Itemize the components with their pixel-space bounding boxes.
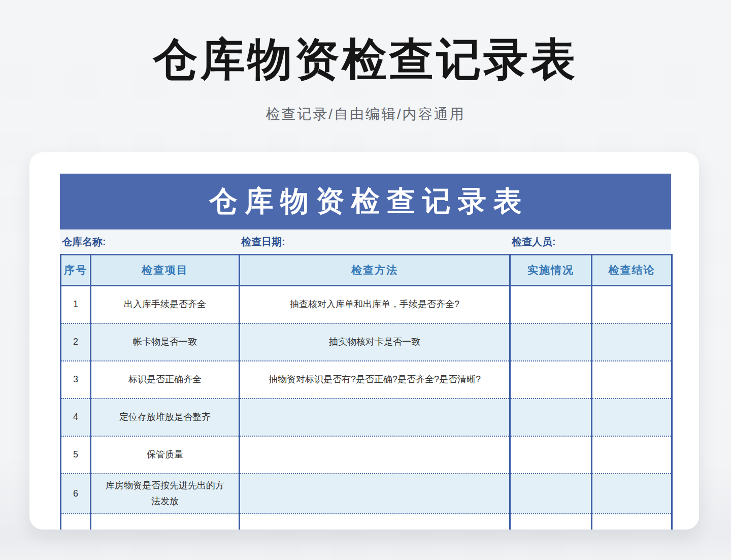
warehouse-name-label: 仓库名称: [62,229,106,254]
status-cell [510,474,592,514]
conclusion-cell [592,286,672,323]
item-cell: 帐卡物是否一致 [91,323,240,361]
conclusion-cell [592,514,672,530]
method-cell: 抽实物核对卡是否一致 [240,323,510,361]
status-cell [510,514,592,530]
method-cell: 抽查核对入库单和出库单，手续是否齐全? [240,286,510,323]
status-cell [510,399,592,436]
page: 仓库物资检查记录表 检查记录/自由编辑/内容通用 仓库物资检查记录表 仓库名称:… [0,0,731,560]
conclusion-cell [592,323,672,361]
conclusion-cell [592,361,672,399]
conclusion-cell [592,399,672,436]
column-header-no: 序号 [61,255,91,286]
table-row: 2 帐卡物是否一致 抽实物核对卡是否一致 [61,323,672,361]
row-number-cell: 5 [61,436,91,474]
item-cell: 库房物资是否按先进先出的方法发放 [91,474,240,514]
item-cell: 定位存放堆放是否整齐 [91,399,240,436]
row-number-cell: 1 [61,286,91,323]
inspector-label: 检查人员: [512,229,556,254]
page-title: 仓库物资检查记录表 [0,29,731,90]
method-cell: 抽物资对标识是否有?是否正确?是否齐全?是否清晰? [240,361,510,399]
method-cell [240,399,510,436]
sheet-banner-title: 仓库物资检查记录表 [202,182,529,221]
column-header-conclusion: 检查结论 [592,255,672,286]
status-cell [510,436,592,474]
method-cell [240,474,510,514]
column-header-status: 实施情况 [510,255,592,286]
item-cell: 标识是否正确齐全 [91,361,240,399]
row-number-cell: 4 [61,399,91,436]
check-table: 序号 检查项目 检查方法 实施情况 检查结论 1 出入库手续是否齐全 抽查核对入… [60,254,673,530]
table-header-row: 序号 检查项目 检查方法 实施情况 检查结论 [61,255,672,286]
table-row: 1 出入库手续是否齐全 抽查核对入库单和出库单，手续是否齐全? [61,286,672,323]
column-header-item: 检查项目 [91,255,240,286]
status-cell [510,323,592,361]
table-row: 3 标识是否正确齐全 抽物资对标识是否有?是否正确?是否齐全?是否清晰? [61,361,672,399]
item-cell [91,514,240,530]
row-number-cell [61,514,91,530]
method-cell [240,436,510,474]
row-number-cell: 6 [61,474,91,514]
template-preview-card: 仓库物资检查记录表 仓库名称: 检查日期: 检查人员: 序号 检查项目 检查方法… [29,152,699,530]
column-header-method: 检查方法 [240,255,510,286]
item-cell: 出入库手续是否齐全 [91,286,240,323]
table-row-clipped [61,514,672,530]
table-row: 4 定位存放堆放是否整齐 [61,399,672,436]
conclusion-cell [592,436,672,474]
item-cell: 保管质量 [91,436,240,474]
sheet-banner: 仓库物资检查记录表 [60,174,671,229]
row-number-cell: 2 [61,323,91,361]
sheet-info-row: 仓库名称: 检查日期: 检查人员: [60,229,671,254]
record-sheet: 仓库物资检查记录表 仓库名称: 检查日期: 检查人员: 序号 检查项目 检查方法… [60,174,671,530]
status-cell [510,361,592,399]
conclusion-cell [592,474,672,514]
status-cell [510,286,592,323]
table-row: 6 库房物资是否按先进先出的方法发放 [61,474,672,514]
page-subtitle: 检查记录/自由编辑/内容通用 [0,105,731,124]
row-number-cell: 3 [61,361,91,399]
check-date-label: 检查日期: [241,229,285,254]
method-cell [240,514,510,530]
table-row: 5 保管质量 [61,436,672,474]
